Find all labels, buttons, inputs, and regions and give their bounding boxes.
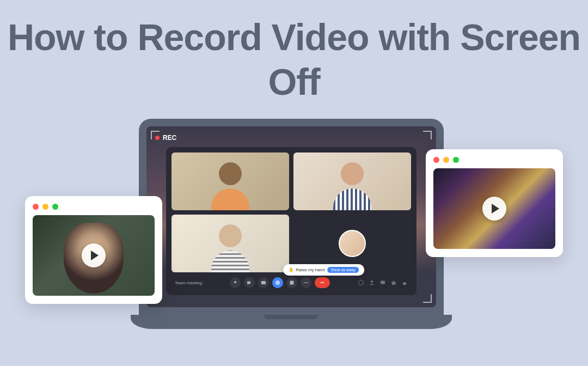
participant-tile [171,152,289,210]
captions-button[interactable] [258,277,269,288]
svg-point-9 [371,280,373,283]
svg-rect-4 [290,281,294,285]
video-popup-right [426,149,563,257]
frame-corner [423,131,432,139]
video-grid [171,152,411,272]
maximize-icon[interactable] [453,157,459,163]
svg-point-6 [305,282,307,283]
window-controls [433,157,555,163]
meeting-label: Team meeting [175,280,202,285]
toolbar-right [358,279,408,286]
svg-point-5 [304,282,305,283]
laptop-base [131,315,452,329]
meeting-window: ✋ Raise my hand Show as away Team meetin… [166,147,416,295]
people-icon[interactable] [369,279,375,286]
video-thumbnail[interactable] [33,215,155,296]
participant-tile [171,215,289,272]
rec-indicator: REC [155,134,176,142]
present-button[interactable] [286,277,297,288]
svg-marker-11 [391,280,396,286]
laptop-screen: REC ✋ Rai [139,119,444,315]
chat-icon[interactable] [379,279,386,286]
play-icon [492,204,499,213]
rec-label: REC [163,134,176,142]
video-popup-left [25,196,162,304]
show-away-button[interactable]: Show as away [328,267,359,273]
info-icon[interactable] [358,279,364,286]
frame-corner [423,294,432,303]
svg-rect-12 [403,283,406,285]
laptop-illustration: REC ✋ Rai [131,119,452,347]
laptop-notch [264,315,318,319]
rec-dot-icon [155,136,160,140]
camera-button[interactable] [244,277,255,288]
lock-icon[interactable] [401,279,408,286]
play-button[interactable] [82,243,106,267]
meeting-toolbar: Team meeting [171,276,411,290]
svg-point-8 [359,280,364,285]
play-icon [91,251,99,260]
svg-rect-10 [381,281,385,284]
close-icon[interactable] [33,204,39,210]
svg-rect-2 [261,281,266,284]
screen-content: REC ✋ Rai [146,126,436,307]
raise-hand-button[interactable]: ✋ Raise my hand [289,267,324,272]
window-controls [33,204,155,210]
minimize-icon[interactable] [443,157,449,163]
end-call-button[interactable] [315,277,330,288]
video-thumbnail[interactable] [433,168,555,249]
page-title: How to Record Video with Screen Off [0,0,588,104]
activities-icon[interactable] [390,279,397,286]
svg-point-7 [307,282,308,283]
toolbar-center [230,277,330,288]
reactions-bar: ✋ Raise my hand Show as away [283,264,364,276]
minimize-icon[interactable] [42,204,48,210]
close-icon[interactable] [433,157,439,163]
avatar [339,230,366,257]
svg-point-0 [234,281,236,283]
maximize-icon[interactable] [52,204,58,210]
svg-point-3 [275,280,280,285]
participant-tile [293,152,411,210]
svg-rect-1 [247,282,250,284]
reactions-button[interactable] [272,277,283,288]
mic-button[interactable] [230,277,241,288]
more-button[interactable] [301,277,311,288]
play-button[interactable] [482,197,506,221]
